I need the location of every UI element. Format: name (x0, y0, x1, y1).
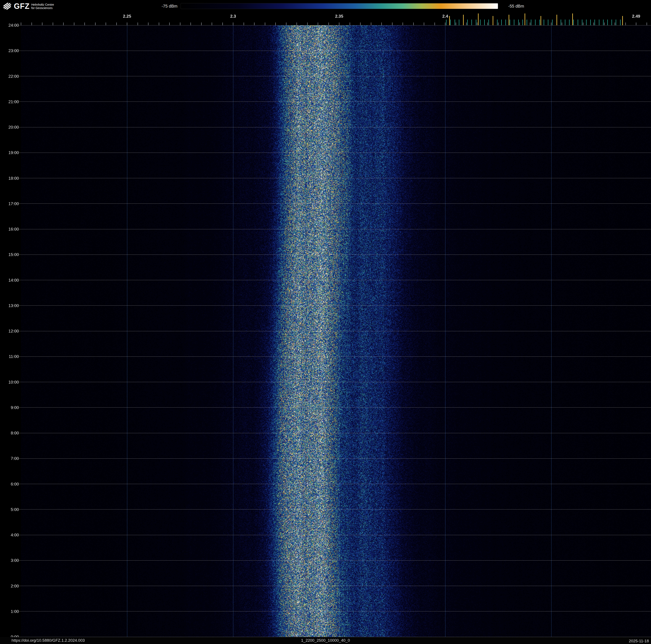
freq-minor-tick (604, 23, 604, 25)
time-label: 18:00 (0, 176, 19, 180)
time-label: 17:00 (0, 201, 19, 206)
ble-channel-tick (501, 20, 502, 25)
freq-minor-tick (572, 23, 573, 25)
ble-channel-tick (616, 20, 616, 25)
freq-tick-label: 2.35 (331, 14, 347, 19)
freq-minor-tick (116, 23, 117, 25)
freq-minor-tick (307, 23, 308, 25)
colorbar (181, 3, 498, 9)
freq-minor-tick (413, 23, 414, 25)
doi-link[interactable]: https://doi.org/10.5880/GFZ.1.2.2024.003 (11, 638, 85, 643)
ble-channel-tick (531, 20, 531, 25)
freq-minor-tick (625, 23, 626, 25)
ble-channel-tick (450, 20, 451, 25)
logo-subtext: Helmholtz Centre for Geosciences (31, 3, 54, 10)
time-label: 21:00 (0, 99, 19, 104)
spectrogram-canvas[interactable] (21, 25, 651, 637)
ble-channel-tick (523, 20, 523, 25)
ble-channel-tick (497, 20, 497, 25)
freq-minor-tick (169, 23, 170, 25)
ble-channel-tick (484, 20, 485, 25)
spectrogram-page: GFZ Helmholtz Centre for Geosciences -75… (0, 0, 651, 644)
freq-minor-tick (244, 23, 244, 25)
freq-minor-tick (360, 23, 361, 25)
freq-minor-tick (85, 23, 85, 25)
time-label: 14:00 (0, 278, 19, 283)
time-label: 8:00 (0, 431, 19, 435)
logo-sub-line2: for Geosciences (31, 6, 53, 10)
gfz-logo: GFZ Helmholtz Centre for Geosciences (3, 2, 54, 11)
freq-minor-tick (424, 23, 424, 25)
logo-text: GFZ (14, 2, 30, 11)
ble-channel-tick (510, 20, 510, 25)
freq-minor-tick (233, 23, 233, 25)
ble-channel-tick (586, 20, 587, 25)
freq-minor-tick (434, 23, 435, 25)
ble-channel-tick (578, 20, 578, 25)
marker-tick (572, 13, 573, 25)
freq-minor-tick (148, 23, 149, 25)
freq-minor-tick (329, 23, 329, 25)
ble-channel-tick (539, 20, 540, 25)
freq-minor-tick (445, 23, 445, 25)
freq-minor-tick (286, 23, 286, 25)
ble-channel-tick (480, 20, 480, 25)
ble-channel-tick (493, 20, 493, 25)
freq-minor-tick (583, 23, 583, 25)
freq-minor-tick (201, 23, 202, 25)
marker-tick (478, 13, 478, 25)
date-label: 2025-11-18 (629, 639, 649, 643)
ble-channel-tick (620, 20, 621, 25)
freq-tick-label: 2.3 (225, 14, 242, 19)
freq-minor-tick (508, 23, 509, 25)
time-label: 19:00 (0, 150, 19, 155)
freq-minor-tick (222, 23, 223, 25)
marker-tick (540, 16, 541, 25)
ble-channel-tick (612, 20, 612, 25)
freq-minor-tick (318, 23, 318, 25)
freq-minor-tick (127, 23, 127, 25)
freq-minor-tick (53, 23, 53, 25)
freq-minor-tick (297, 23, 297, 25)
time-label: 7:00 (0, 456, 19, 461)
freq-minor-tick (551, 23, 552, 25)
freq-minor-tick (74, 23, 74, 25)
freq-minor-tick (371, 23, 371, 25)
ble-channel-tick (565, 20, 565, 25)
freq-minor-tick (350, 23, 350, 25)
ble-channel-tick (535, 20, 535, 25)
ble-channel-tick (603, 20, 603, 25)
time-label: 9:00 (0, 405, 19, 410)
freq-minor-tick (105, 23, 106, 25)
ble-channel-tick (518, 20, 519, 25)
gfz-logo-icon (3, 2, 12, 11)
colorbar-max-label: -55 dBm (508, 4, 533, 9)
ble-channel-tick (607, 20, 608, 25)
freq-minor-tick (562, 23, 562, 25)
freq-minor-tick (636, 23, 636, 25)
time-label: 11:00 (0, 354, 19, 359)
header: GFZ Helmholtz Centre for Geosciences -75… (0, 0, 651, 13)
filename-label: 1_2200_2500_10000_40_0 (301, 638, 350, 643)
ble-channel-tick (455, 20, 455, 25)
time-label: 22:00 (0, 74, 19, 79)
ble-channel-tick (527, 20, 527, 25)
freq-minor-tick (137, 23, 138, 25)
freq-minor-tick (212, 23, 212, 25)
ble-channel-tick (514, 20, 514, 25)
freq-minor-tick (392, 23, 393, 25)
footer: https://doi.org/10.5880/GFZ.1.2.2024.003… (0, 637, 651, 644)
freq-minor-tick (540, 23, 541, 25)
freq-minor-tick (456, 23, 456, 25)
freq-minor-tick (42, 23, 42, 25)
freq-minor-tick (466, 23, 467, 25)
freq-minor-tick (530, 23, 530, 25)
freq-minor-tick (488, 23, 488, 25)
ble-channel-tick (505, 20, 506, 25)
freq-minor-tick (180, 23, 180, 25)
time-label: 20:00 (0, 125, 19, 129)
time-label: 23:00 (0, 48, 19, 53)
freq-minor-tick (339, 23, 339, 25)
freq-minor-tick (647, 23, 647, 25)
ble-channel-tick (544, 20, 544, 25)
